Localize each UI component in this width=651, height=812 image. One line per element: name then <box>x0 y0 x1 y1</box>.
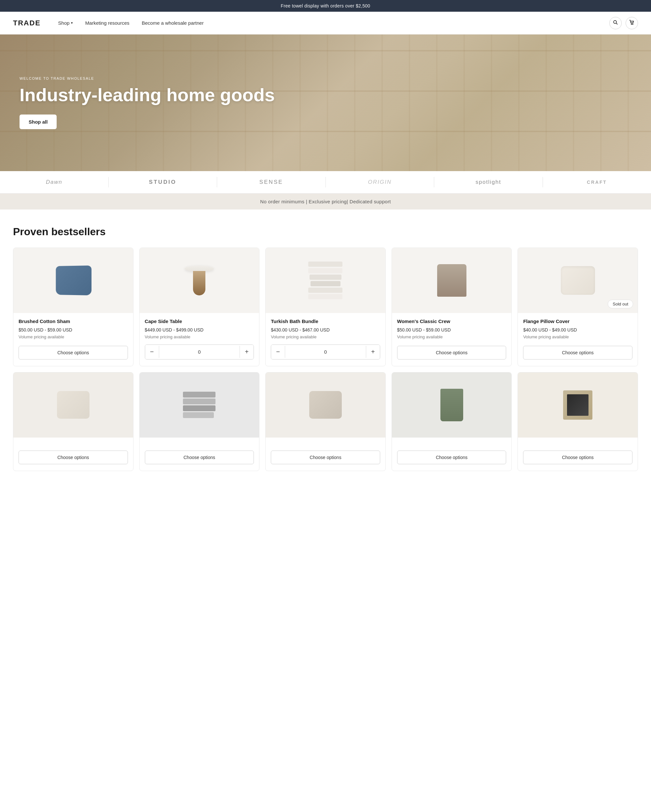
product-card-10: Choose options <box>518 372 638 471</box>
product-info-4: Women's Classic Crew $50.00 USD - $59.00… <box>392 313 512 366</box>
product-image-4 <box>392 248 512 313</box>
quantity-decrease-button-3[interactable]: − <box>271 345 285 359</box>
product-info-3: Turkish Bath Bundle $430.00 USD - $467.0… <box>266 313 385 366</box>
product-info-1: Brushed Cotton Sham $50.00 USD - $59.00 … <box>13 313 133 366</box>
pants-green-image <box>440 389 463 421</box>
product-volume-3: Volume pricing available <box>271 334 380 339</box>
product-image-placeholder-10 <box>530 381 626 429</box>
search-icon <box>613 20 618 26</box>
choose-options-button-1[interactable]: Choose options <box>18 346 128 359</box>
choose-options-button-4[interactable]: Choose options <box>397 346 506 359</box>
quantity-control-2: − 0 + <box>145 345 254 359</box>
side-table-image <box>185 266 214 295</box>
product-price-3: $430.00 USD - $467.00 USD <box>271 327 380 333</box>
product-price-5: $40.00 USD - $49.00 USD <box>523 327 633 333</box>
product-card-2: Cape Side Table $449.00 USD - $499.00 US… <box>139 247 260 366</box>
product-grid-row2: Choose options Choose options <box>13 372 638 471</box>
product-volume-2: Volume pricing available <box>145 334 254 339</box>
logo[interactable]: TRADE <box>13 19 41 27</box>
product-image-6 <box>13 372 133 438</box>
value-props-bar: No order minimums | Exclusive pricing| D… <box>0 194 651 209</box>
brand-studio[interactable]: STUDIO <box>109 177 217 188</box>
product-grid-row1: Brushed Cotton Sham $50.00 USD - $59.00 … <box>13 247 638 366</box>
product-card-4: Women's Classic Crew $50.00 USD - $59.00… <box>391 247 512 366</box>
product-card-7: Choose options <box>139 372 260 471</box>
pillow-blue-image <box>56 266 92 295</box>
product-card-6: Choose options <box>13 372 133 471</box>
announcement-bar: Free towel display with orders over $2,5… <box>0 0 651 12</box>
search-button[interactable] <box>609 17 622 29</box>
product-price-2: $449.00 USD - $499.00 USD <box>145 327 254 333</box>
quantity-increase-button-3[interactable]: + <box>366 345 380 359</box>
brand-spotlight[interactable]: spotlight <box>434 177 543 188</box>
product-name-4: Women's Classic Crew <box>397 318 506 325</box>
product-price-4: $50.00 USD - $59.00 USD <box>397 327 506 333</box>
product-image-placeholder-5 <box>530 256 626 305</box>
product-image-8 <box>266 372 385 438</box>
product-info-9: Choose options <box>392 438 512 471</box>
cart-button[interactable] <box>626 17 638 29</box>
product-image-9 <box>392 372 512 438</box>
svg-point-3 <box>633 24 633 24</box>
hero-section: WELCOME TO TRADE WHOLESALE Industry-lead… <box>0 35 651 171</box>
product-name-3: Turkish Bath Bundle <box>271 318 380 325</box>
choose-options-button-9[interactable]: Choose options <box>397 450 506 464</box>
product-price-1: $50.00 USD - $59.00 USD <box>18 327 128 333</box>
choose-options-button-7[interactable]: Choose options <box>145 450 254 464</box>
product-name-2: Cape Side Table <box>145 318 254 325</box>
sold-out-badge: Sold out <box>608 300 633 308</box>
main-nav: Shop ▾ Marketing resources Become a whol… <box>54 18 609 28</box>
product-image-2 <box>140 248 260 313</box>
nav-wholesale[interactable]: Become a wholesale partner <box>138 18 208 28</box>
product-image-placeholder-8 <box>278 381 373 429</box>
pillow-cream2-image <box>57 391 90 419</box>
nav-shop[interactable]: Shop ▾ <box>54 18 78 28</box>
product-info-5: Flange Pillow Cover $40.00 USD - $49.00 … <box>518 313 638 366</box>
quantity-value-3: 0 <box>285 346 366 358</box>
chevron-down-icon: ▾ <box>71 21 73 25</box>
cart-icon <box>629 20 634 26</box>
choose-options-button-10[interactable]: Choose options <box>523 450 633 464</box>
product-image-placeholder-2 <box>151 256 247 305</box>
product-card-8: Choose options <box>265 372 386 471</box>
product-name-1: Brushed Cotton Sham <box>18 318 128 325</box>
quantity-increase-button-2[interactable]: + <box>240 345 254 359</box>
product-info-10: Choose options <box>518 438 638 471</box>
product-info-2: Cape Side Table $449.00 USD - $499.00 US… <box>140 313 260 366</box>
product-image-placeholder-6 <box>25 381 121 429</box>
product-volume-5: Volume pricing available <box>523 334 633 340</box>
product-image-placeholder-4 <box>404 256 500 305</box>
product-image-placeholder-7 <box>151 381 247 429</box>
product-info-6: Choose options <box>13 438 133 471</box>
product-volume-1: Volume pricing available <box>18 334 128 340</box>
brand-origin[interactable]: ORIGIN <box>326 177 434 188</box>
choose-options-button-8[interactable]: Choose options <box>271 450 380 464</box>
product-image-3 <box>266 248 385 313</box>
towels-image <box>308 261 342 299</box>
product-image-10 <box>518 372 638 438</box>
quantity-control-3: − 0 + <box>271 345 380 359</box>
brand-sense[interactable]: SENSE <box>217 177 326 188</box>
nav-marketing[interactable]: Marketing resources <box>81 18 134 28</box>
announcement-text: Free towel display with orders over $2,5… <box>281 3 370 8</box>
product-image-placeholder-1 <box>25 256 121 305</box>
product-card-1: Brushed Cotton Sham $50.00 USD - $59.00 … <box>13 247 133 366</box>
frame-inner <box>567 394 588 416</box>
hero-shop-all-button[interactable]: Shop all <box>20 114 57 129</box>
pillow-cream-image <box>561 266 595 295</box>
bestsellers-section: Proven bestsellers Brushed Cotton Sham $… <box>0 209 651 493</box>
hero-content: WELCOME TO TRADE WHOLESALE Industry-lead… <box>0 76 294 130</box>
svg-point-2 <box>631 24 632 24</box>
choose-options-button-5[interactable]: Choose options <box>523 346 633 359</box>
product-image-placeholder-3 <box>278 256 373 305</box>
product-info-8: Choose options <box>266 438 385 471</box>
choose-options-button-6[interactable]: Choose options <box>18 450 128 464</box>
hero-eyebrow: WELCOME TO TRADE WHOLESALE <box>20 76 275 80</box>
brand-dawn[interactable]: Dawn <box>0 177 109 188</box>
quantity-decrease-button-2[interactable]: − <box>145 345 159 359</box>
product-card-9: Choose options <box>391 372 512 471</box>
brand-craft[interactable]: CRAFT <box>543 178 651 187</box>
product-card-5: Sold out Flange Pillow Cover $40.00 USD … <box>518 247 638 366</box>
product-volume-4: Volume pricing available <box>397 334 506 340</box>
header: TRADE Shop ▾ Marketing resources Become … <box>0 12 651 35</box>
